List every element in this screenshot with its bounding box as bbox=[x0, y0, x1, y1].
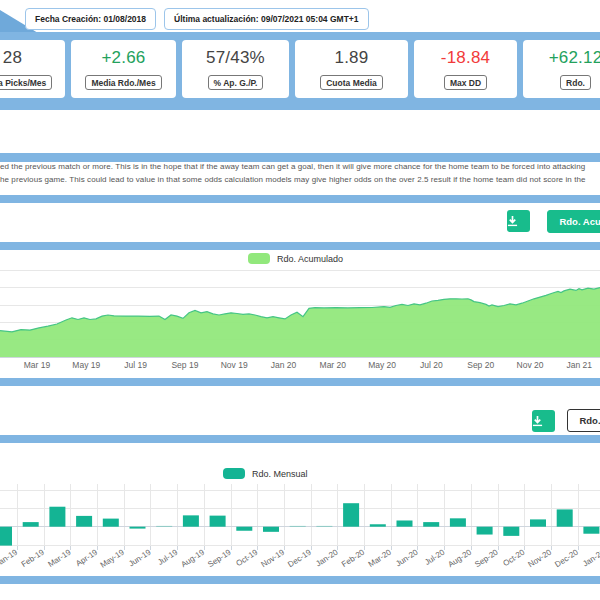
monthly-bar-chart: Jan-19Feb-19Mar-19Apr-19May-19Jun-19Jul-… bbox=[0, 483, 600, 576]
stat-card-media-picks-mes: 28Media Picks/Mes bbox=[0, 40, 65, 98]
creation-date-badge: Fecha Creación: 01/08/2018 bbox=[25, 8, 156, 30]
stat-label: Cuota Media bbox=[320, 75, 383, 90]
legend-swatch bbox=[223, 468, 245, 479]
stat-label: Rdo. bbox=[560, 75, 591, 90]
cumulative-area-chart: Mar 19May 19Jul 19Sep 19Nov 19Jan 20Mar … bbox=[0, 250, 600, 375]
download-chart-button[interactable] bbox=[507, 210, 530, 232]
download-icon bbox=[532, 416, 543, 427]
svg-text:Jan 20: Jan 20 bbox=[271, 360, 297, 370]
stat-card--ap-g-p-: 57/43%% Ap. G./P. bbox=[182, 40, 289, 98]
svg-text:Jan 21: Jan 21 bbox=[567, 360, 593, 370]
svg-text:Dec-19: Dec-19 bbox=[286, 547, 313, 569]
svg-text:Jun-20: Jun-20 bbox=[394, 547, 420, 568]
svg-text:Mar-20: Mar-20 bbox=[367, 547, 394, 569]
svg-text:Mar-19: Mar-19 bbox=[46, 547, 73, 569]
stats-row: 28Media Picks/Mes+2.66Media Rdo./Mes57/4… bbox=[0, 40, 600, 98]
stat-value: -18.84 bbox=[441, 48, 490, 68]
section-divider bbox=[0, 195, 600, 203]
stat-label: Media Picks/Mes bbox=[0, 75, 52, 90]
date-badges: Fecha Creación: 01/08/2018 Última actual… bbox=[25, 8, 369, 30]
stat-value: 28 bbox=[3, 48, 22, 68]
svg-text:Aug-19: Aug-19 bbox=[179, 547, 206, 569]
download-icon bbox=[507, 216, 518, 227]
svg-text:Feb-20: Feb-20 bbox=[340, 547, 367, 569]
last-update-badge: Última actualización: 09/07/2021 05:04 G… bbox=[164, 8, 369, 30]
svg-text:Feb-19: Feb-19 bbox=[20, 547, 47, 569]
section-divider bbox=[0, 153, 600, 162]
stat-card-cuota-media: 1.89Cuota Media bbox=[295, 40, 408, 98]
stat-label: Max DD bbox=[444, 75, 487, 90]
download-chart-button[interactable] bbox=[532, 410, 555, 432]
section-divider bbox=[0, 242, 600, 250]
svg-text:Apr-19: Apr-19 bbox=[74, 547, 100, 568]
svg-text:Sep 19: Sep 19 bbox=[171, 360, 198, 370]
stat-value: 1.89 bbox=[335, 48, 369, 68]
legend-label: Rdo. Mensual bbox=[252, 469, 308, 479]
section-divider bbox=[0, 435, 600, 443]
monthly-chart-legend[interactable]: Rdo. Mensual bbox=[223, 468, 308, 479]
svg-text:May 20: May 20 bbox=[368, 360, 396, 370]
svg-text:Jul-20: Jul-20 bbox=[423, 547, 447, 567]
rdo-acumulado-toggle-button[interactable]: Rdo. Acumulado bbox=[567, 409, 600, 432]
svg-text:Mar 19: Mar 19 bbox=[24, 360, 51, 370]
svg-text:Jan-20: Jan-20 bbox=[314, 547, 340, 568]
stat-label: % Ap. G./P. bbox=[208, 75, 264, 90]
svg-text:Sep-20: Sep-20 bbox=[473, 547, 500, 569]
strategy-description-line-1: ed the previous match or more. This is i… bbox=[0, 162, 600, 171]
svg-text:Sep 20: Sep 20 bbox=[467, 360, 494, 370]
section-divider bbox=[0, 576, 600, 584]
svg-text:Jan-19: Jan-19 bbox=[0, 547, 20, 568]
svg-text:Jun-19: Jun-19 bbox=[127, 547, 153, 568]
svg-text:Jul 20: Jul 20 bbox=[420, 360, 443, 370]
stat-value: +2.66 bbox=[101, 48, 145, 68]
svg-text:Nov-20: Nov-20 bbox=[527, 547, 554, 569]
strategy-description-line-2: he previous game. This could lead to val… bbox=[0, 175, 600, 184]
svg-text:May 19: May 19 bbox=[72, 360, 100, 370]
svg-text:Oct-20: Oct-20 bbox=[501, 547, 526, 568]
svg-text:Aug-20: Aug-20 bbox=[446, 547, 473, 569]
svg-text:Jul-19: Jul-19 bbox=[156, 547, 180, 567]
rdo-acumulado-toggle-button[interactable]: Rdo. Acumulado bbox=[547, 210, 600, 233]
svg-text:Nov-19: Nov-19 bbox=[260, 547, 287, 569]
svg-text:May-19: May-19 bbox=[99, 547, 127, 569]
svg-text:Oct-19: Oct-19 bbox=[234, 547, 259, 568]
svg-text:Sep-19: Sep-19 bbox=[206, 547, 233, 569]
svg-text:Dec-20: Dec-20 bbox=[553, 547, 580, 569]
stat-value: +62.12 bbox=[549, 48, 600, 68]
stat-card-media-rdo-mes: +2.66Media Rdo./Mes bbox=[71, 40, 176, 98]
section-divider bbox=[0, 378, 600, 386]
svg-text:Nov 20: Nov 20 bbox=[517, 360, 544, 370]
stat-label: Media Rdo./Mes bbox=[85, 75, 161, 90]
svg-text:Mar 20: Mar 20 bbox=[320, 360, 347, 370]
svg-text:Jul 19: Jul 19 bbox=[124, 360, 147, 370]
svg-text:Jan-21: Jan-21 bbox=[581, 547, 600, 568]
tipster-stats-page: Fecha Creación: 01/08/2018 Última actual… bbox=[0, 0, 600, 600]
stat-value: 57/43% bbox=[206, 48, 265, 68]
svg-text:Nov 19: Nov 19 bbox=[221, 360, 248, 370]
stat-card-rdo-: +62.12Rdo. bbox=[523, 40, 600, 98]
stat-card-max-dd: -18.84Max DD bbox=[414, 40, 517, 98]
